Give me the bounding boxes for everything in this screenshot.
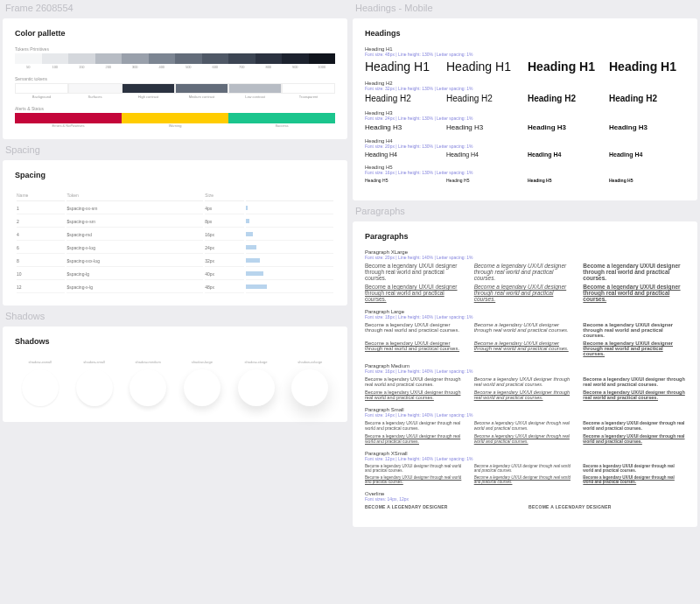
heading-sample: Heading H5 xyxy=(446,178,522,183)
frame-label: Frame 2608554 xyxy=(0,0,350,16)
paragraph-sample: Become a legendary UX/UI designer throug… xyxy=(583,284,685,302)
spacing-row: 12$spacing-x-lg48px xyxy=(17,282,333,293)
swatch-600 xyxy=(202,53,229,64)
headings-label: Headings - Mobile xyxy=(350,0,700,16)
swatch-label: 900 xyxy=(282,65,309,69)
heading-sample: Heading H1 xyxy=(365,60,441,74)
heading-sample: Heading H3 xyxy=(365,123,441,131)
primitives-label: Tokens Primitives xyxy=(15,46,335,52)
spacing-row: 1$spacing-xx-sm4px xyxy=(17,203,333,214)
swatch-100 xyxy=(42,53,69,64)
heading-sample: Heading H4 xyxy=(446,151,522,158)
paragraph-sample: Become a legendary UX/UI designer throug… xyxy=(365,263,467,281)
paragraph-sample: Become a legendary UX/UI designer throug… xyxy=(365,390,467,400)
semantic-swatch xyxy=(175,83,228,94)
shadow-item: shadow-xsmall xyxy=(15,360,66,406)
paragraph-sample: Become a legendary UX/UI designer throug… xyxy=(365,322,467,338)
swatch-150 xyxy=(68,53,95,64)
paragraph-sample: Become a legendary UX/UI designer throug… xyxy=(365,475,467,484)
semantic-swatch-label: Transparent xyxy=(282,95,335,99)
paragraphs-label: Paragraphs xyxy=(350,203,700,219)
shadow-item: shadow-medium xyxy=(122,360,173,406)
paragraph-sample: Become a legendary UX/UI designer throug… xyxy=(365,420,467,431)
semantic-swatch xyxy=(282,83,335,94)
paragraph-sample: Become a legendary UX/UI designer throug… xyxy=(365,284,467,302)
heading-sample: Heading H5 xyxy=(609,178,685,183)
shadow-item: shadow-xxlarge xyxy=(284,360,335,406)
swatch-400 xyxy=(149,53,176,64)
semantic-swatch-label: High contrast xyxy=(122,95,175,99)
spacing-panel: Spacing NameTokenSize 1$spacing-xx-sm4px… xyxy=(3,160,347,306)
shadow-item: shadow-large xyxy=(177,360,228,406)
paragraph-meta: Font size: 12px | Line height: 140% | Le… xyxy=(365,456,685,461)
shadows-label: Shadows xyxy=(0,308,350,324)
swatch-500 xyxy=(175,53,202,64)
semantic-swatch-label: Medium contrast xyxy=(175,95,228,99)
shadow-item: shadow-xlarge xyxy=(231,360,282,406)
swatch-label: 200 xyxy=(95,65,122,69)
paragraph-spec: Paragraph Medium Font size: 16px | Line … xyxy=(365,363,685,400)
shadows-title: Shadows xyxy=(15,337,335,346)
overline-sample: Become a legendary designer xyxy=(528,504,685,509)
shadows-panel: Shadows shadow-xsmallshadow-smallshadow-… xyxy=(3,327,347,422)
semantic-swatch-label: Background xyxy=(15,95,68,99)
headings-panel: Headings Heading H1 Font size: 48px | Li… xyxy=(353,18,697,200)
swatch-700 xyxy=(228,53,256,64)
paragraph-sample: Become a legendary UX/UI designer throug… xyxy=(474,475,577,484)
alert-row xyxy=(15,113,335,123)
heading-sample: Heading H4 xyxy=(609,151,685,158)
spacing-label: Spacing xyxy=(0,142,350,158)
alert-swatch xyxy=(15,113,122,123)
paragraph-sample: Become a legendary UX/UI designer throug… xyxy=(583,376,685,387)
heading-spec: Heading H4 Font size: 20px | Line height… xyxy=(365,138,685,158)
heading-sample: Heading H4 xyxy=(528,151,604,158)
swatch-800 xyxy=(256,53,283,64)
heading-sample: Heading H2 xyxy=(609,94,685,103)
heading-sample: Heading H5 xyxy=(365,178,441,183)
heading-sample: Heading H2 xyxy=(528,94,604,103)
overline-sample: Become a legendary designer xyxy=(365,504,522,509)
heading-sample: Heading H2 xyxy=(365,94,441,103)
heading-meta: Font size: 48px | Line height: 130% | Le… xyxy=(365,52,685,57)
paragraph-sample: Become a legendary UX/UI designer throug… xyxy=(583,433,685,444)
semantic-swatch-label: Low contrast xyxy=(228,95,282,99)
paragraph-sample: Become a legendary UX/UI designer throug… xyxy=(583,263,685,281)
paragraph-meta: Font size: 14px | Line height: 140% | Le… xyxy=(365,412,685,418)
swatch-200 xyxy=(95,53,122,64)
paragraph-sample: Become a legendary UX/UI designer throug… xyxy=(583,322,685,338)
heading-sample: Heading H1 xyxy=(528,60,604,74)
paragraph-meta: Font size: 16px | Line height: 140% | Le… xyxy=(365,369,685,374)
heading-spec: Heading H3 Font size: 24px | Line height… xyxy=(365,110,685,131)
swatch-300 xyxy=(122,53,149,64)
semantic-swatch xyxy=(228,83,282,94)
headings-title: Headings xyxy=(365,29,685,38)
alert-swatch-label: Warning xyxy=(122,123,228,128)
paragraph-sample: Become a legendary UX/UI designer throug… xyxy=(474,376,577,387)
heading-meta: Font size: 32px | Line height: 130% | Le… xyxy=(365,86,685,91)
swatch-1000 xyxy=(309,53,336,64)
paragraph-spec: Paragraph Small Font size: 14px | Line h… xyxy=(365,407,685,444)
paragraph-spec: Paragraph XLarge Font size: 20px | Line … xyxy=(365,249,685,302)
swatch-row xyxy=(15,53,335,64)
spacing-row: 4$spacing-md16px xyxy=(17,229,333,241)
alert-labels: Errors & NoPositivesWarningSuccess xyxy=(15,123,335,128)
spacing-row: 6$spacing-x-log24px xyxy=(17,242,333,254)
paragraph-meta: Font size: 20px | Line height: 140% | Le… xyxy=(365,255,685,260)
paragraph-sample: Become a legendary UX/UI designer throug… xyxy=(474,464,577,473)
paragraph-sample: Become a legendary UX/UI designer throug… xyxy=(365,376,467,387)
swatch-label: 400 xyxy=(149,65,176,69)
spacing-col: Name xyxy=(17,190,65,201)
heading-sample: Heading H3 xyxy=(446,123,522,131)
right-column: Headings - Mobile Headings Heading H1 Fo… xyxy=(350,0,700,530)
paragraph-sample: Become a legendary UX/UI designer throug… xyxy=(583,390,685,400)
semantic-labels: BackgroundSurfacesHigh contrastMedium co… xyxy=(15,95,335,99)
shadow-item: shadow-small xyxy=(69,360,120,406)
heading-sample: Heading H2 xyxy=(446,94,522,103)
heading-sample: Heading H1 xyxy=(609,60,685,74)
paragraph-meta: Font size: 18px | Line height: 140% | Le… xyxy=(365,314,685,320)
semantic-row xyxy=(15,83,335,94)
semantic-swatch xyxy=(15,83,68,94)
swatch-label: 600 xyxy=(202,65,229,69)
swatch-label: 50 xyxy=(15,65,42,69)
shadows-row: shadow-xsmallshadow-smallshadow-mediumsh… xyxy=(15,355,335,411)
